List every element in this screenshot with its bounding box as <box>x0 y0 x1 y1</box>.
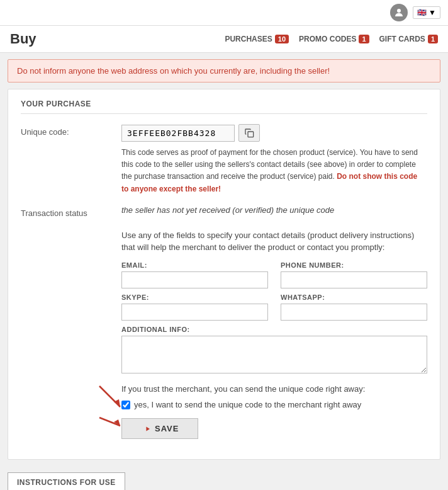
page-title: Buy <box>10 31 36 47</box>
instructions-label: INSTRUCTIONS FOR USE <box>17 478 116 487</box>
additional-info-textarea[interactable] <box>121 336 427 373</box>
alert-banner: Do not inform anyone the web address on … <box>8 59 440 83</box>
trust-text: If you trust the merchant, you can send … <box>121 383 427 396</box>
save-arrow-icon <box>141 424 150 433</box>
save-button[interactable]: SAVE <box>121 418 198 439</box>
nav-purchases-label: PURCHASES <box>225 35 272 43</box>
promo-badge: 1 <box>359 35 369 43</box>
svg-marker-6 <box>141 426 150 431</box>
send-code-checkbox-row[interactable]: yes, I want to send the unique code to t… <box>121 400 427 409</box>
svg-point-0 <box>397 9 401 13</box>
contact-fields-label <box>21 229 121 440</box>
top-bar: 🇬🇧 ▼ <box>0 0 448 26</box>
trust-section-container: If you trust the merchant, you can send … <box>121 383 427 440</box>
purchases-badge: 10 <box>275 35 289 43</box>
language-selector[interactable]: 🇬🇧 ▼ <box>413 6 440 19</box>
lang-arrow: ▼ <box>428 8 436 17</box>
header: Buy PURCHASES 10 PROMO CODES 1 GIFT CARD… <box>0 26 448 53</box>
additional-info-label: ADDITIONAL INFO: <box>121 326 427 333</box>
additional-info-section: ADDITIONAL INFO: <box>121 326 427 375</box>
phone-input[interactable] <box>281 271 427 288</box>
skype-label: SKYPE: <box>121 293 268 301</box>
instructions-button[interactable]: INSTRUCTIONS FOR USE <box>8 472 125 490</box>
phone-label: PHONE NUMBER: <box>281 261 427 269</box>
copy-button[interactable] <box>238 124 260 142</box>
transaction-status-value: the seller has not yet received (or veri… <box>121 205 334 215</box>
gift-badge: 1 <box>428 35 438 43</box>
contact-hint: Use any of the fields to specify your co… <box>121 229 423 254</box>
save-label: SAVE <box>155 424 179 433</box>
unique-code-label: Unique code: <box>21 124 121 195</box>
email-input[interactable] <box>121 271 268 288</box>
flag-icon: 🇬🇧 <box>417 8 427 17</box>
send-code-checkbox[interactable] <box>121 401 130 409</box>
nav-promo-label: PROMO CODES <box>299 35 356 43</box>
nav-gift-label: GIFT CARDS <box>379 35 425 43</box>
header-nav: PURCHASES 10 PROMO CODES 1 GIFT CARDS 1 <box>225 35 438 43</box>
skype-field-group: SKYPE: <box>121 293 268 321</box>
whatsapp-label: WHATSAPP: <box>281 293 427 301</box>
top-bar-icons: 🇬🇧 ▼ <box>390 4 440 21</box>
nav-promo-codes[interactable]: PROMO CODES 1 <box>299 35 369 43</box>
nav-gift-cards[interactable]: GIFT CARDS 1 <box>379 35 438 43</box>
nav-purchases[interactable]: PURCHASES 10 <box>225 35 289 43</box>
code-box <box>121 124 427 142</box>
svg-rect-1 <box>248 132 254 137</box>
email-field-group: EMAIL: <box>121 261 268 288</box>
unique-code-input[interactable] <box>121 125 235 142</box>
transaction-status-content: the seller has not yet received (or veri… <box>121 205 427 219</box>
alert-text: Do not inform anyone the web address on … <box>17 66 330 76</box>
main-content: YOUR PURCHASE Unique code: This code ser… <box>8 89 440 460</box>
transaction-status-label: Transaction status <box>21 205 121 219</box>
contact-fields-content: Use any of the fields to specify your co… <box>121 229 427 440</box>
whatsapp-input[interactable] <box>281 304 427 321</box>
unique-code-row: Unique code: This code serves as proof o… <box>21 124 427 195</box>
user-icon[interactable] <box>390 4 408 21</box>
whatsapp-field-group: WHATSAPP: <box>281 293 427 321</box>
contact-fields-row: Use any of the fields to specify your co… <box>21 229 427 440</box>
email-label: EMAIL: <box>121 261 268 269</box>
skype-input[interactable] <box>121 304 268 321</box>
phone-field-group: PHONE NUMBER: <box>281 261 427 288</box>
contact-fields-grid: EMAIL: PHONE NUMBER: SKYPE: WHATSAPP: <box>121 261 427 321</box>
transaction-status-row: Transaction status the seller has not ye… <box>21 205 427 219</box>
code-description: This code serves as proof of payment for… <box>121 147 423 195</box>
unique-code-content: This code serves as proof of payment for… <box>121 124 427 195</box>
send-code-label[interactable]: yes, I want to send the unique code to t… <box>134 400 361 409</box>
section-title: YOUR PURCHASE <box>21 100 427 114</box>
